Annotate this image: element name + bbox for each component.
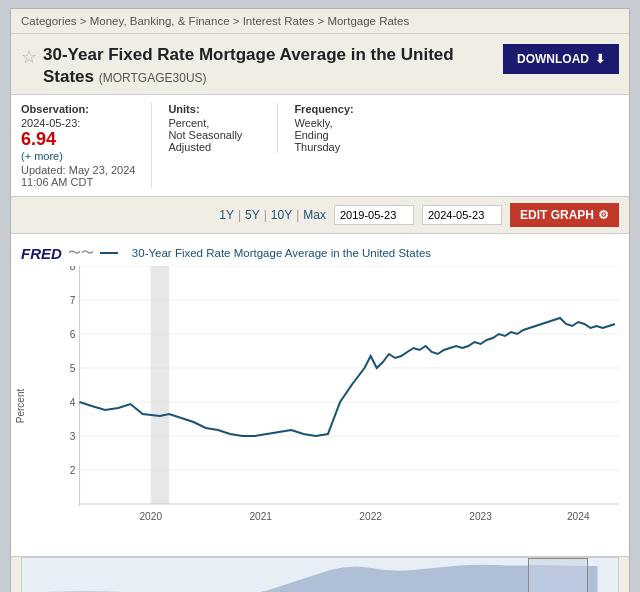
- svg-text:8: 8: [70, 266, 76, 272]
- breadcrumb-mortgage-rates[interactable]: Mortgage Rates: [327, 15, 409, 27]
- svg-text:2022: 2022: [359, 511, 382, 522]
- units-label: Units:: [168, 103, 261, 115]
- svg-rect-16: [151, 266, 169, 504]
- y-axis-label: Percent: [15, 389, 26, 423]
- time-link-max[interactable]: Max: [303, 208, 326, 222]
- svg-text:2: 2: [70, 465, 76, 476]
- controls-bar: 1Y | 5Y | 10Y | Max EDIT GRAPH ⚙: [11, 197, 629, 234]
- chart-svg: 8 7 6 5 4 3 2 2020 2021 2022 2023 2024: [49, 266, 619, 524]
- svg-text:2021: 2021: [249, 511, 272, 522]
- minimap-handle[interactable]: [528, 558, 588, 592]
- favorite-star-icon[interactable]: ☆: [21, 46, 37, 68]
- fred-logo-bar: FRED 〜〜 30-Year Fixed Rate Mortgage Aver…: [21, 244, 619, 262]
- breadcrumb: Categories > Money, Banking, & Finance >…: [11, 9, 629, 34]
- observation-more[interactable]: (+ more): [21, 150, 135, 162]
- chart-title: 30-Year Fixed Rate Mortgage Average in t…: [132, 247, 431, 259]
- observation-section: Observation: 2024-05-23: 6.94 (+ more) U…: [21, 103, 152, 188]
- page-title: 30-Year Fixed Rate Mortgage Average in t…: [43, 44, 493, 88]
- svg-text:2023: 2023: [469, 511, 492, 522]
- breadcrumb-money[interactable]: Money, Banking, & Finance: [90, 15, 230, 27]
- title-text-block: 30-Year Fixed Rate Mortgage Average in t…: [43, 44, 493, 88]
- chart-line-color-indicator: [100, 252, 118, 254]
- observation-value: 6.94: [21, 129, 135, 150]
- chart-container: FRED 〜〜 30-Year Fixed Rate Mortgage Aver…: [11, 234, 629, 557]
- download-button[interactable]: DOWNLOAD ⬇: [503, 44, 619, 74]
- time-link-10y[interactable]: 10Y: [271, 208, 292, 222]
- frequency-section: Frequency: Weekly, Ending Thursday: [294, 103, 404, 153]
- units-value: Percent, Not Seasonally Adjusted: [168, 117, 261, 153]
- updated-date: Updated: May 23, 2024: [21, 164, 135, 176]
- date-start-input[interactable]: [334, 205, 414, 225]
- svg-text:7: 7: [70, 295, 76, 306]
- minimap[interactable]: [21, 557, 619, 592]
- time-link-5y[interactable]: 5Y: [245, 208, 260, 222]
- svg-text:5: 5: [70, 363, 76, 374]
- gear-icon: ⚙: [598, 208, 609, 222]
- observation-label: Observation:: [21, 103, 135, 115]
- ticker-symbol: (MORTGAGE30US): [99, 71, 207, 85]
- breadcrumb-interest-rates[interactable]: Interest Rates: [243, 15, 315, 27]
- breadcrumb-categories[interactable]: Categories: [21, 15, 77, 27]
- frequency-value: Weekly, Ending Thursday: [294, 117, 388, 153]
- fred-wave-icon: 〜〜: [68, 244, 94, 262]
- meta-bar: Observation: 2024-05-23: 6.94 (+ more) U…: [11, 94, 629, 197]
- chart-area: Percent 8 7 6: [21, 266, 619, 546]
- units-section: Units: Percent, Not Seasonally Adjusted: [168, 103, 278, 153]
- svg-text:3: 3: [70, 431, 76, 442]
- time-link-1y[interactable]: 1Y: [219, 208, 234, 222]
- svg-text:4: 4: [70, 397, 76, 408]
- download-icon: ⬇: [595, 52, 605, 66]
- page-wrapper: Categories > Money, Banking, & Finance >…: [10, 8, 630, 592]
- title-left: ☆ 30-Year Fixed Rate Mortgage Average in…: [21, 44, 493, 88]
- frequency-label: Frequency:: [294, 103, 388, 115]
- edit-graph-button[interactable]: EDIT GRAPH ⚙: [510, 203, 619, 227]
- time-range-links: 1Y | 5Y | 10Y | Max: [219, 208, 326, 222]
- observation-date: 2024-05-23:: [21, 117, 135, 129]
- updated-time: 11:06 AM CDT: [21, 176, 135, 188]
- fred-logo: FRED: [21, 245, 62, 262]
- svg-text:2020: 2020: [139, 511, 162, 522]
- svg-text:2024: 2024: [567, 511, 590, 522]
- title-bar: ☆ 30-Year Fixed Rate Mortgage Average in…: [11, 34, 629, 94]
- svg-text:6: 6: [70, 329, 76, 340]
- date-end-input[interactable]: [422, 205, 502, 225]
